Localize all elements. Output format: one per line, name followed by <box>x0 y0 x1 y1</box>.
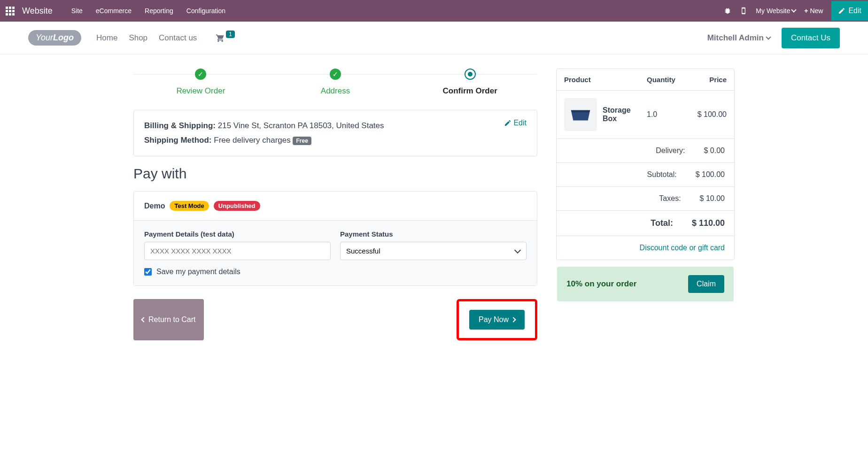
billing-value: 215 Vine St, Scranton PA 18503, United S… <box>218 121 384 130</box>
app-title[interactable]: Website <box>22 6 53 16</box>
shipping-value: Free delivery charges <box>214 136 290 145</box>
save-payment-checkbox-wrap[interactable]: Save my payment details <box>144 268 527 276</box>
payment-provider: Demo <box>144 202 165 210</box>
delivery-value: $ 0.00 <box>704 146 725 155</box>
item-qty: 1.0 <box>647 110 680 119</box>
payment-details-label: Payment Details (test data) <box>144 230 331 238</box>
save-payment-checkbox[interactable] <box>144 268 152 276</box>
step-address[interactable]: ✓ Address <box>268 69 403 96</box>
logo-logo: Logo <box>53 33 74 42</box>
step-confirm[interactable]: Confirm Order <box>403 69 537 96</box>
test-mode-badge: Test Mode <box>170 201 209 211</box>
new-page-button[interactable]: + New <box>804 7 823 15</box>
step-review[interactable]: ✓ Review Order <box>133 69 268 96</box>
site-logo[interactable]: YourLogo <box>28 30 81 46</box>
app-topbar: Website Site eCommerce Reporting Configu… <box>0 0 868 22</box>
return-label: Return to Cart <box>148 315 195 324</box>
nav-home[interactable]: Home <box>96 33 117 43</box>
storage-box-icon <box>569 107 592 123</box>
step-review-label: Review Order <box>133 86 268 96</box>
nav-contact[interactable]: Contact us <box>159 33 197 43</box>
pay-now-button[interactable]: Pay Now <box>469 310 525 330</box>
pencil-icon <box>504 119 512 127</box>
cart-badge: 1 <box>226 31 235 38</box>
cart-link[interactable]: 1 <box>216 33 235 43</box>
edit-address-label: Edit <box>513 119 527 127</box>
check-icon: ✓ <box>195 69 206 80</box>
menu-site[interactable]: Site <box>71 7 83 15</box>
site-header: YourLogo Home Shop Contact us 1 Mitchell… <box>0 22 868 54</box>
bug-icon[interactable] <box>724 7 731 15</box>
edit-button-label: Edit <box>848 7 861 15</box>
website-switcher[interactable]: My Website <box>756 7 796 15</box>
menu-ecommerce[interactable]: eCommerce <box>96 7 132 15</box>
taxes-label: Taxes: <box>566 194 700 203</box>
menu-configuration[interactable]: Configuration <box>186 7 225 15</box>
pay-with-heading: Pay with <box>133 166 537 182</box>
save-payment-label: Save my payment details <box>156 268 240 276</box>
payment-card: Demo Test Mode Unpublished Payment Detai… <box>133 191 537 286</box>
pay-now-highlight: Pay Now <box>457 299 537 340</box>
mobile-preview-icon[interactable] <box>740 7 747 15</box>
step-address-label: Address <box>268 86 403 96</box>
discount-link[interactable]: Discount code or gift card <box>557 236 734 260</box>
promo-banner: 10% on your order Claim <box>557 267 734 301</box>
shipping-label: Shipping Method: <box>144 136 212 145</box>
billing-label: Billing & Shipping: <box>144 121 216 130</box>
total-label: Total: <box>566 218 692 228</box>
new-button-label: New <box>810 7 823 15</box>
item-name: Storage Box <box>603 106 647 123</box>
chevron-left-icon <box>141 317 146 323</box>
caret-down-icon <box>766 34 771 39</box>
apps-menu-icon[interactable] <box>6 7 15 15</box>
edit-address-link[interactable]: Edit <box>504 119 527 127</box>
delivery-label: Delivery: <box>566 146 704 155</box>
edit-button[interactable]: Edit <box>831 1 868 21</box>
payment-status-label: Payment Status <box>340 230 527 238</box>
return-to-cart-button[interactable]: Return to Cart <box>133 299 204 340</box>
check-icon: ✓ <box>330 69 341 80</box>
user-dropdown[interactable]: Mitchell Admin <box>707 33 770 43</box>
col-product: Product <box>564 76 647 84</box>
taxes-value: $ 10.00 <box>700 194 725 203</box>
col-quantity: Quantity <box>647 76 689 84</box>
subtotal-value: $ 100.00 <box>696 170 725 179</box>
pay-now-label: Pay Now <box>479 315 509 324</box>
product-image <box>564 98 597 131</box>
free-badge: Free <box>293 137 311 145</box>
payment-details-input[interactable] <box>144 242 331 260</box>
subtotal-label: Subtotal: <box>566 170 696 179</box>
payment-status-select[interactable]: Successful <box>340 242 527 260</box>
cart-icon <box>216 33 225 43</box>
item-price: $ 100.00 <box>680 110 727 119</box>
menu-reporting[interactable]: Reporting <box>145 7 173 15</box>
promo-text: 10% on your order <box>566 279 636 289</box>
col-price: Price <box>689 76 727 84</box>
nav-shop[interactable]: Shop <box>129 33 147 43</box>
website-switcher-label: My Website <box>756 7 790 15</box>
user-name: Mitchell Admin <box>707 33 764 43</box>
caret-down-icon <box>791 7 797 12</box>
summary-item: Storage Box 1.0 $ 100.00 <box>557 91 734 139</box>
logo-your: Your <box>36 33 53 42</box>
chevron-right-icon <box>511 317 516 323</box>
claim-button[interactable]: Claim <box>688 275 724 293</box>
total-value: $ 110.00 <box>692 218 725 228</box>
step-confirm-label: Confirm Order <box>403 86 537 96</box>
checkout-progress: ✓ Review Order ✓ Address Confirm Order <box>133 69 537 96</box>
address-card: Billing & Shipping: 215 Vine St, Scranto… <box>133 110 537 156</box>
contact-us-button[interactable]: Contact Us <box>782 28 840 48</box>
current-step-icon <box>465 69 476 80</box>
unpublished-badge: Unpublished <box>214 201 260 211</box>
pencil-icon <box>838 7 845 15</box>
order-summary: Product Quantity Price Storage Box 1.0 $… <box>556 69 735 260</box>
